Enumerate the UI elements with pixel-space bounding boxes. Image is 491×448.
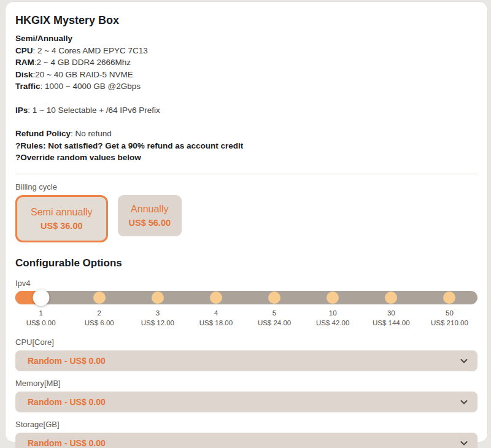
billing-cycle-options: Semi annually US$ 36.00 Annually US$ 56.… (15, 195, 477, 242)
ipv4-label: Ipv4 (15, 279, 477, 288)
product-description-line: Traffic: 1000 ~ 4000 GB @2Gbps (15, 80, 477, 93)
select-cpu-core[interactable]: Random - US$ 0.00 (15, 350, 477, 371)
billing-option-price: US$ 36.00 (31, 221, 93, 231)
slider-tick-label: 5 US$ 24.00 (258, 308, 291, 328)
slider-tick-dot[interactable] (385, 292, 397, 304)
select-value: Random - US$ 0.00 (28, 356, 106, 366)
product-description-line: IPs: 1 ~ 10 Selectable + /64 IPv6 Prefix (15, 104, 477, 117)
product-description-line: ?Override random values below (15, 152, 477, 164)
billing-option-annually[interactable]: Annually US$ 56.00 (118, 195, 182, 236)
select-storage-gb[interactable]: Random - US$ 0.00 (15, 433, 477, 448)
billing-option-semi-annually[interactable]: Semi annually US$ 36.00 (15, 195, 108, 242)
slider-handle[interactable] (33, 289, 49, 306)
storage-gb-label: Storage[GB] (15, 420, 477, 429)
slider-tick-label: 3 US$ 12.00 (141, 308, 174, 328)
ipv4-tick-labels: 1 US$ 0.00 2 US$ 6.00 3 US$ 12.00 4 US$ … (15, 308, 477, 333)
select-memory-mb[interactable]: Random - US$ 0.00 (15, 392, 477, 412)
product-title: HKGIX Mystery Box (15, 14, 477, 27)
chevron-down-icon (459, 356, 469, 366)
product-description-line: Semi/Annually (15, 33, 477, 45)
billing-cycle-label: Billing cycle (15, 182, 477, 191)
billing-option-name: Semi annually (31, 207, 93, 218)
slider-tick-label: 1 US$ 0.00 (26, 308, 56, 328)
slider-tick-dot[interactable] (210, 292, 222, 304)
configurable-options-heading: Configurable Options (15, 257, 477, 269)
slider-tick-dot[interactable] (327, 292, 339, 304)
select-value: Random - US$ 0.00 (28, 397, 106, 407)
slider-tick-label: 30 US$ 144.00 (373, 308, 410, 328)
product-description-line: Refund Policy: No refund (15, 128, 477, 140)
billing-option-price: US$ 56.00 (129, 218, 171, 228)
memory-mb-label: Memory[MB] (15, 379, 477, 388)
product-description-line: CPU: 2 ~ 4 Cores AMD EPYC 7C13 (15, 45, 477, 57)
slider-tick-dot[interactable] (152, 292, 164, 304)
slider-tick-label: 10 US$ 42.00 (316, 308, 349, 328)
product-description: Semi/AnnuallyCPU: 2 ~ 4 Cores AMD EPYC 7… (15, 33, 477, 164)
slider-tick-label: 4 US$ 18.00 (199, 308, 233, 328)
chevron-down-icon (459, 438, 469, 448)
option-group: CPU[Core] Random - US$ 0.00 (15, 338, 477, 371)
product-description-line: RAM:2 ~ 4 GB DDR4 2666Mhz (15, 56, 477, 69)
ipv4-slider-track[interactable] (15, 291, 477, 304)
slider-tick-dot[interactable] (268, 292, 280, 304)
divider (15, 174, 477, 174)
slider-tick-label: 50 US$ 210.00 (431, 308, 468, 328)
billing-option-name: Annually (129, 204, 171, 215)
option-group: Storage[GB] Random - US$ 0.00 (15, 420, 477, 448)
chevron-down-icon (459, 397, 469, 407)
slider-tick-dot[interactable] (443, 292, 455, 304)
select-value: Random - US$ 0.00 (28, 438, 106, 448)
option-group: Memory[MB] Random - US$ 0.00 (15, 379, 477, 412)
product-description-line: Disk:20 ~ 40 GB RAID-5 NVME (15, 69, 477, 81)
configurable-dropdowns: CPU[Core] Random - US$ 0.00 Memory[MB] R… (15, 338, 477, 448)
slider-tick-dot[interactable] (93, 292, 106, 304)
slider-tick-label: 2 US$ 6.00 (85, 308, 114, 328)
product-config-card: HKGIX Mystery Box Semi/AnnuallyCPU: 2 ~ … (5, 1, 488, 442)
product-description-line: ?Rules: Not satisfied? Get a 90% refund … (15, 140, 477, 152)
cpu-core-label: CPU[Core] (15, 338, 477, 347)
